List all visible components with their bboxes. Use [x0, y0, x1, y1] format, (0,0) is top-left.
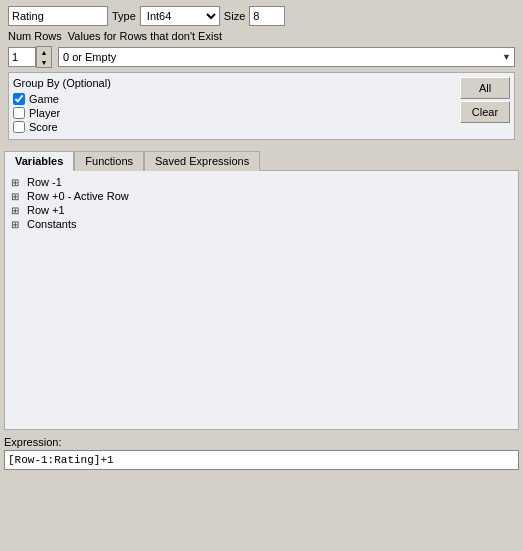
game-checkbox[interactable] — [13, 93, 25, 105]
spinner-buttons: ▲ ▼ — [36, 46, 52, 68]
num-rows-controls: ▲ ▼ 0 or Empty — [8, 46, 515, 68]
field-row: Type Int64 Int32 Float64 String Size — [8, 6, 515, 26]
expression-label: Expression: — [4, 436, 519, 448]
expand-icon-row-minus1: ⊞ — [11, 177, 25, 188]
num-rows-label: Num Rows — [8, 30, 62, 42]
type-label: Type — [112, 10, 136, 22]
expand-icon-constants: ⊞ — [11, 219, 25, 230]
empty-value-wrapper: 0 or Empty — [58, 47, 515, 67]
tab-variables[interactable]: Variables — [4, 151, 74, 171]
score-label: Score — [29, 121, 58, 133]
player-label: Player — [29, 107, 60, 119]
top-section: Type Int64 Int32 Float64 String Size Num… — [4, 4, 519, 146]
group-by-label: Group By (Optional) — [13, 77, 456, 89]
player-checkbox[interactable] — [13, 107, 25, 119]
checkbox-score: Score — [13, 121, 456, 133]
type-select[interactable]: Int64 Int32 Float64 String — [140, 6, 220, 26]
group-by-list: Group By (Optional) Game Player Score — [13, 77, 456, 135]
group-by-buttons: All Clear — [460, 77, 510, 135]
expand-icon-row-plus1: ⊞ — [11, 205, 25, 216]
main-container: Type Int64 Int32 Float64 String Size Num… — [0, 0, 523, 474]
tabs-section: Variables Functions Saved Expressions ⊞ … — [4, 150, 519, 430]
tab-functions[interactable]: Functions — [74, 151, 144, 171]
tree-item-row-minus1-label: Row -1 — [27, 176, 62, 188]
num-rows-section: Num Rows Values for Rows that don't Exis… — [8, 30, 515, 42]
tree-item-row-plus1-label: Row +1 — [27, 204, 65, 216]
expand-icon-active-row: ⊞ — [11, 191, 25, 202]
tree-item-active-row[interactable]: ⊞ Row +0 - Active Row — [9, 189, 514, 203]
all-button[interactable]: All — [460, 77, 510, 99]
num-rows-spinner: ▲ ▼ — [8, 46, 52, 68]
score-checkbox[interactable] — [13, 121, 25, 133]
values-for-label: Values for Rows that don't Exist — [68, 30, 222, 42]
field-name-input[interactable] — [8, 6, 108, 26]
group-by-section: Group By (Optional) Game Player Score Al… — [8, 72, 515, 140]
empty-value-select[interactable]: 0 or Empty — [58, 47, 515, 67]
tree-item-constants-label: Constants — [27, 218, 77, 230]
game-label: Game — [29, 93, 59, 105]
tabs-bar: Variables Functions Saved Expressions — [4, 150, 519, 170]
num-rows-input[interactable] — [8, 47, 36, 67]
tab-saved-expressions[interactable]: Saved Expressions — [144, 151, 260, 171]
spinner-up-button[interactable]: ▲ — [37, 47, 51, 57]
tab-content: ⊞ Row -1 ⊞ Row +0 - Active Row ⊞ Row +1 … — [4, 170, 519, 430]
size-label: Size — [224, 10, 245, 22]
checkbox-player: Player — [13, 107, 456, 119]
spinner-down-button[interactable]: ▼ — [37, 57, 51, 67]
tree-item-row-minus1[interactable]: ⊞ Row -1 — [9, 175, 514, 189]
tree-item-row-plus1[interactable]: ⊞ Row +1 — [9, 203, 514, 217]
size-input[interactable] — [249, 6, 285, 26]
checkbox-game: Game — [13, 93, 456, 105]
tree-item-constants[interactable]: ⊞ Constants — [9, 217, 514, 231]
clear-button[interactable]: Clear — [460, 101, 510, 123]
expression-section: Expression: — [4, 436, 519, 470]
expression-input[interactable] — [4, 450, 519, 470]
tree-item-active-row-label: Row +0 - Active Row — [27, 190, 129, 202]
